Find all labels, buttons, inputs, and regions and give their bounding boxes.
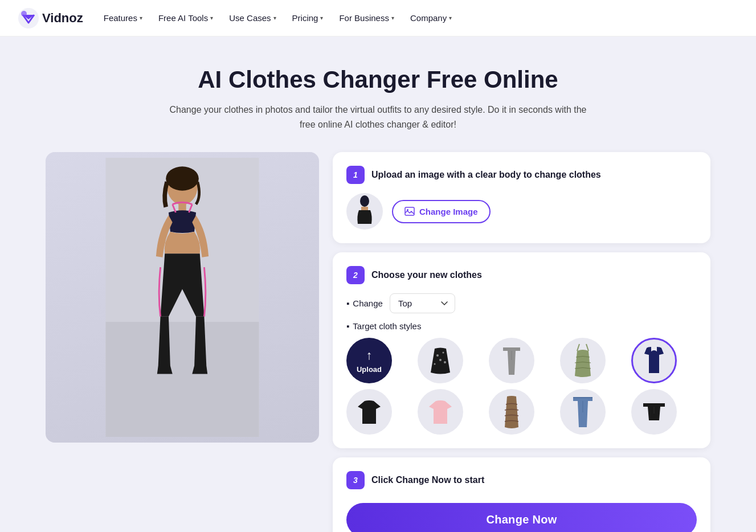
change-row: Change Top Bottom Full Body bbox=[346, 293, 697, 313]
hero-section: AI Clothes Changer Free Online Change yo… bbox=[0, 36, 756, 152]
svg-line-18 bbox=[577, 344, 579, 351]
change-label: Change bbox=[346, 298, 383, 308]
top-pink-icon bbox=[427, 399, 454, 425]
step2-header: 2 Choose your new clothes bbox=[346, 266, 697, 284]
target-cloth-label: Target cloth styles bbox=[346, 321, 697, 331]
change-now-button[interactable]: Change Now bbox=[346, 503, 697, 532]
upload-arrow-icon: ↑ bbox=[366, 348, 373, 363]
dress-green-icon bbox=[570, 343, 595, 378]
svg-point-16 bbox=[434, 363, 436, 365]
nav-use-cases[interactable]: Use Cases▾ bbox=[229, 13, 276, 23]
step3-badge: 3 bbox=[346, 471, 365, 489]
main-content: 1 Upload an image with a clear body to c… bbox=[0, 152, 756, 532]
nav-menu: Features▾ Free AI Tools▾ Use Cases▾ Pric… bbox=[104, 13, 452, 23]
cloth-upload-button[interactable]: ↑ Upload bbox=[346, 338, 392, 383]
cloth-item-pants-gray[interactable] bbox=[489, 338, 534, 383]
logo-text: Vidnoz bbox=[42, 11, 83, 26]
tshirt-black-icon bbox=[355, 399, 383, 425]
logo-link[interactable]: Vidnoz bbox=[18, 8, 83, 28]
upload-row: Change Image bbox=[346, 193, 697, 230]
svg-point-9 bbox=[360, 195, 369, 207]
avatar-silhouette bbox=[352, 194, 377, 228]
clothes-grid: ↑ Upload bbox=[346, 338, 697, 435]
svg-point-14 bbox=[443, 352, 444, 354]
cloth-item-shorts-black[interactable] bbox=[631, 389, 677, 435]
cloth-item-top-pink[interactable] bbox=[418, 389, 463, 435]
step3-header: 3 Click Change Now to start bbox=[346, 471, 697, 489]
right-panel: 1 Upload an image with a clear body to c… bbox=[333, 152, 710, 532]
step1-header: 1 Upload an image with a clear body to c… bbox=[346, 166, 697, 184]
svg-rect-10 bbox=[361, 207, 368, 210]
cloth-item-dress-green[interactable] bbox=[560, 338, 606, 383]
svg-point-15 bbox=[439, 359, 442, 361]
image-icon bbox=[404, 207, 415, 216]
svg-rect-3 bbox=[105, 322, 259, 437]
cloth-item-skirt-black[interactable] bbox=[418, 338, 463, 383]
step3-title: Click Change Now to start bbox=[371, 475, 484, 485]
upload-text: Upload bbox=[357, 365, 382, 374]
step3-card: 3 Click Change Now to start Change Now bbox=[333, 457, 710, 532]
step1-card: 1 Upload an image with a clear body to c… bbox=[333, 152, 710, 243]
cloth-item-jeans-blue[interactable] bbox=[560, 389, 606, 435]
nav-free-ai-tools[interactable]: Free AI Tools▾ bbox=[158, 13, 213, 23]
nav-pricing[interactable]: Pricing▾ bbox=[292, 13, 324, 23]
cloth-item-tshirt-black[interactable] bbox=[346, 389, 392, 435]
cloth-item-tank-navy[interactable] bbox=[631, 338, 677, 383]
step2-card: 2 Choose your new clothes Change Top Bot… bbox=[333, 252, 710, 448]
change-image-button[interactable]: Change Image bbox=[392, 200, 491, 223]
model-image bbox=[46, 152, 319, 443]
svg-point-5 bbox=[166, 167, 199, 191]
svg-point-13 bbox=[436, 354, 439, 357]
nav-for-business[interactable]: For Business▾ bbox=[339, 13, 394, 23]
svg-point-17 bbox=[444, 361, 446, 363]
step2-badge: 2 bbox=[346, 266, 365, 284]
logo-icon bbox=[18, 8, 39, 28]
cloth-item-dress-brown[interactable] bbox=[489, 389, 534, 435]
step1-title: Upload an image with a clear body to cha… bbox=[371, 170, 601, 180]
nav-features[interactable]: Features▾ bbox=[104, 13, 142, 23]
model-silhouette bbox=[103, 158, 262, 437]
svg-line-19 bbox=[586, 344, 589, 351]
step2-title: Choose your new clothes bbox=[371, 270, 482, 280]
jeans-blue-icon bbox=[570, 395, 596, 428]
hero-title: AI Clothes Changer Free Online bbox=[14, 66, 742, 93]
navbar: Vidnoz Features▾ Free AI Tools▾ Use Case… bbox=[0, 0, 756, 36]
shorts-black-icon bbox=[641, 402, 667, 421]
dress-brown-icon bbox=[499, 394, 524, 429]
model-image-panel bbox=[46, 152, 319, 443]
step1-badge: 1 bbox=[346, 166, 365, 184]
tank-navy-icon bbox=[642, 346, 666, 375]
nav-company[interactable]: Company▾ bbox=[410, 13, 452, 23]
svg-point-1 bbox=[21, 11, 27, 17]
pants-gray-icon bbox=[498, 344, 525, 377]
avatar-preview bbox=[346, 193, 383, 230]
hero-subtitle: Change your clothes in photos and tailor… bbox=[162, 103, 595, 132]
skirt-black-icon bbox=[426, 344, 455, 377]
clothes-type-dropdown[interactable]: Top Bottom Full Body bbox=[390, 293, 455, 313]
